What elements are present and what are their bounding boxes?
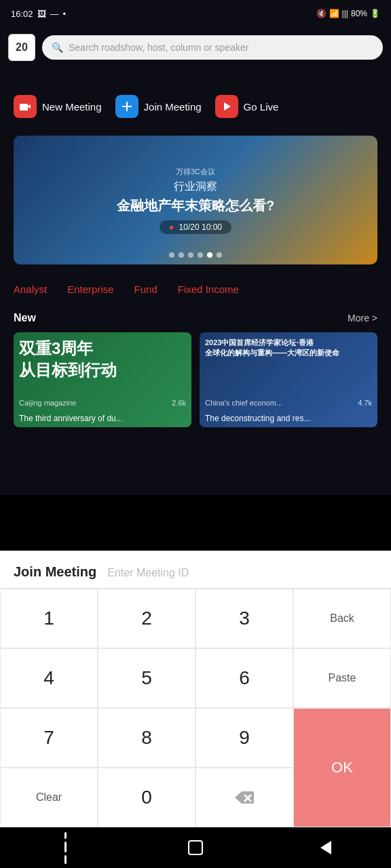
banner-subtitle: 金融地产年末策略怎么看?	[117, 197, 274, 215]
svg-marker-4	[224, 102, 231, 111]
key-6[interactable]: 6	[196, 648, 293, 708]
category-tabs: Analyst Enterprise Fund Fixed Income	[0, 277, 391, 302]
new-section: New More > 双重3周年从目标到行动 Caijing magazine …	[0, 312, 391, 427]
status-left: 16:02 🖼 — •	[11, 9, 66, 19]
play-icon	[215, 95, 238, 118]
join-meeting-button[interactable]: Join Meeting	[115, 95, 202, 118]
video-cards: 双重3周年从目标到行动 Caijing magazine 2.6k The th…	[14, 332, 377, 427]
key-4[interactable]: 4	[0, 648, 98, 708]
top-bar: 20 🔍 Search roadshow, host, column or sp…	[0, 27, 391, 68]
new-meeting-button[interactable]: New Meeting	[14, 95, 102, 118]
key-2[interactable]: 2	[98, 589, 196, 648]
back-icon	[320, 841, 331, 854]
video-card-0[interactable]: 双重3周年从目标到行动 Caijing magazine 2.6k The th…	[14, 332, 191, 427]
home-button[interactable]	[179, 834, 212, 861]
camera-icon	[14, 95, 37, 118]
calendar-icon[interactable]: 20	[8, 34, 35, 61]
card1-label: China's chief econom...	[205, 399, 282, 407]
action-row: New Meeting Join Meeting Go Live	[0, 95, 391, 118]
card1-title: The deconstructing and res...	[205, 414, 372, 423]
live-dot: ●	[169, 222, 174, 232]
photo-icon: 🖼	[37, 9, 46, 19]
search-bar[interactable]: 🔍 Search roadshow, host, column or speak…	[42, 35, 383, 60]
dot-1	[169, 252, 174, 258]
key-3[interactable]: 3	[196, 589, 293, 648]
key-8[interactable]: 8	[98, 708, 196, 768]
tab-fund[interactable]: Fund	[134, 283, 157, 295]
dot-icon: •	[63, 9, 67, 19]
signal-icon: |||	[342, 9, 348, 18]
key-0[interactable]: 0	[98, 768, 196, 827]
banner-time: ● 10/20 10:00	[160, 220, 231, 234]
key-backspace[interactable]	[196, 768, 293, 827]
nav-bar	[0, 827, 391, 868]
go-live-label: Go Live	[244, 101, 279, 113]
more-link[interactable]: More >	[348, 313, 377, 323]
join-meeting-header: Join Meeting Enter Meeting ID	[0, 551, 391, 589]
plus-icon	[115, 95, 138, 118]
key-back[interactable]: Back	[293, 589, 391, 648]
join-meeting-panel: Join Meeting Enter Meeting ID 1 2 3 Back…	[0, 551, 391, 827]
status-right: 🔇 📶 ||| 80% 🔋	[316, 9, 380, 18]
join-meeting-label: Join Meeting	[144, 101, 202, 113]
go-live-button[interactable]: Go Live	[215, 95, 279, 118]
banner-brand: 万得3C会议	[117, 167, 274, 177]
key-7[interactable]: 7	[0, 708, 98, 768]
join-meeting-title: Join Meeting	[14, 564, 96, 580]
card0-views: 2.6k	[172, 399, 186, 407]
key-9[interactable]: 9	[196, 708, 293, 768]
numpad: 1 2 3 Back 4 5 6 Paste 7 8 9 OK Clear 0	[0, 589, 391, 827]
dot-2	[179, 252, 184, 258]
svg-rect-0	[20, 104, 28, 111]
card0-title: The third anniversary of du...	[19, 414, 186, 423]
new-meeting-label: New Meeting	[42, 101, 102, 113]
search-placeholder: Search roadshow, host, column or speaker	[69, 42, 248, 53]
tab-fixed-income[interactable]: Fixed Income	[178, 283, 239, 295]
back-button[interactable]	[309, 834, 343, 861]
dot-4	[198, 252, 203, 258]
banner-title: 行业洞察	[117, 180, 274, 194]
key-paste[interactable]: Paste	[293, 648, 391, 708]
mute-icon: 🔇	[316, 9, 327, 18]
sim-icon: —	[50, 9, 59, 19]
dot-5	[207, 252, 212, 258]
svg-rect-3	[122, 106, 132, 107]
clock: 16:02	[11, 9, 33, 19]
banner-dots	[169, 252, 222, 258]
menu-icon	[64, 832, 67, 864]
card1-views: 4.7k	[358, 399, 372, 407]
home-icon	[188, 840, 203, 855]
svg-marker-1	[28, 104, 31, 108]
calendar-day: 20	[16, 42, 28, 53]
status-bar: 16:02 🖼 — • 🔇 📶 ||| 80% 🔋	[0, 0, 391, 27]
tab-enterprise[interactable]: Enterprise	[67, 283, 113, 295]
key-5[interactable]: 5	[98, 648, 196, 708]
banner: 万得3C会议 行业洞察 金融地产年末策略怎么看? ● 10/20 10:00	[14, 136, 377, 264]
search-icon: 🔍	[52, 42, 63, 53]
new-section-header: New More >	[14, 312, 377, 324]
card0-label: Caijing magazine	[19, 399, 76, 407]
key-ok[interactable]: OK	[293, 708, 391, 827]
dot-6	[217, 252, 222, 258]
backspace-icon	[234, 790, 255, 805]
video-card-1[interactable]: 2023中国首席经济学家论坛·香港全球化的解构与重构——大湾区的新使命 Chin…	[200, 332, 377, 427]
key-clear[interactable]: Clear	[0, 768, 98, 827]
tab-analyst[interactable]: Analyst	[14, 283, 47, 295]
battery-icon: 🔋	[370, 9, 380, 18]
menu-button[interactable]	[48, 834, 82, 861]
battery-label: 80%	[351, 9, 367, 18]
dot-3	[188, 252, 193, 258]
new-section-title: New	[14, 312, 36, 324]
wifi-icon: 📶	[329, 9, 339, 18]
key-1[interactable]: 1	[0, 589, 98, 648]
meeting-id-input[interactable]: Enter Meeting ID	[107, 567, 189, 579]
